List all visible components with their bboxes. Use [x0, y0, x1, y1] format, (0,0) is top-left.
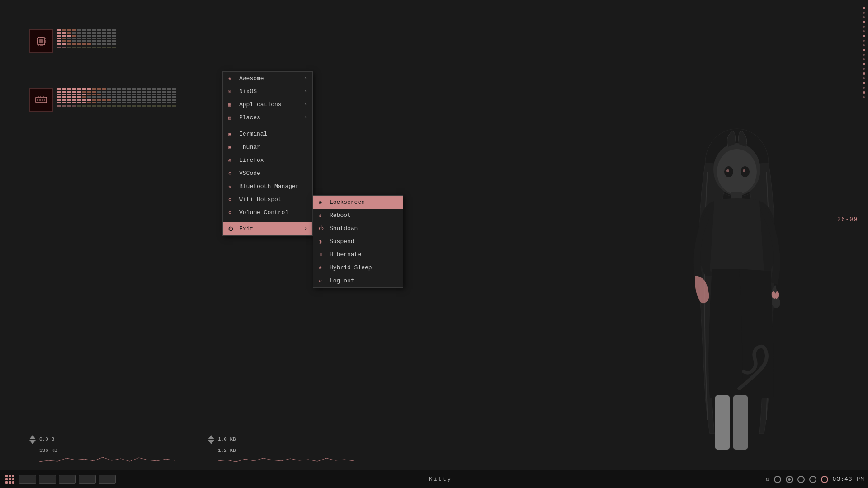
reboot-label: Reboot	[330, 212, 351, 219]
volume-label: Volume Control	[239, 209, 288, 216]
taskbar-left	[4, 473, 116, 486]
download-speed-left: 136 KB	[39, 448, 206, 453]
reboot-icon: ↺	[319, 212, 326, 218]
active-window-title: Kitty	[429, 476, 452, 483]
menu-item-vscode[interactable]: ⚙ VSCode	[223, 167, 312, 180]
window-button-2[interactable]	[39, 475, 56, 484]
logout-label: Log out	[330, 277, 354, 284]
nixos-label: NixOS	[239, 88, 257, 95]
terminal-icon: ▣	[228, 131, 236, 137]
exit-label: Exit	[239, 225, 253, 232]
svg-rect-36	[733, 395, 748, 450]
taskbar: Kitty ⇅ 03:43 PM	[0, 470, 868, 488]
exit-arrow: ›	[304, 226, 307, 231]
lockscreen-icon: ◉	[319, 199, 326, 205]
right-decorative-dots	[860, 0, 868, 470]
volume-icon: ⚙	[228, 210, 236, 216]
menu-divider-1	[223, 126, 312, 126]
exit-submenu: ◉ Lockscreen ↺ Reboot ⏻ Shutdown ◑ Suspe…	[313, 195, 403, 288]
svg-point-29	[717, 149, 757, 194]
tray-icon-3[interactable]	[786, 476, 793, 483]
hibernate-label: Hibernate	[330, 251, 361, 258]
wifi-label: Wifi Hotspot	[239, 196, 282, 203]
awesome-label: Awesome	[239, 75, 264, 82]
cpu-icon	[29, 29, 53, 53]
tray-icon-2[interactable]	[774, 476, 781, 483]
menu-divider-2	[223, 221, 312, 221]
tray-icon-1[interactable]: ⇅	[765, 475, 769, 483]
svg-point-33	[743, 169, 745, 172]
logout-icon: ↩	[319, 278, 326, 284]
menu-item-exit[interactable]: ⏻ Exit ›	[223, 222, 312, 235]
memory-icon	[29, 88, 53, 112]
svg-rect-35	[715, 395, 730, 450]
menu-item-suspend[interactable]: ◑ Suspend	[313, 235, 403, 248]
menu-item-wifi[interactable]: ⚙ Wifi Hotspot	[223, 193, 312, 206]
menu-item-nixos[interactable]: ❄ NixOS ›	[223, 85, 312, 98]
applications-icon: ▦	[228, 102, 236, 108]
memory-bars	[57, 88, 176, 107]
date-display: 26-09	[837, 216, 858, 223]
network-widget-right: 1.0 KB 1.2 KB	[208, 435, 384, 463]
firefox-icon: ◎	[228, 157, 236, 163]
window-button-3[interactable]	[59, 475, 76, 484]
applications-arrow: ›	[304, 102, 307, 107]
awesome-icon: ◈	[228, 75, 236, 81]
suspend-icon: ◑	[319, 239, 326, 244]
tray-icon-5[interactable]	[809, 476, 816, 483]
svg-rect-20	[39, 99, 41, 101]
bluetooth-label: Bluetooth Manager	[239, 183, 299, 190]
hybrid-sleep-icon: ⚙	[319, 265, 326, 271]
svg-point-32	[726, 169, 729, 172]
nixos-arrow: ›	[304, 89, 307, 94]
download-speed-right: 1.2 KB	[218, 448, 384, 453]
menu-item-thunar[interactable]: ▣ Thunar	[223, 141, 312, 154]
menu-item-bluetooth[interactable]: ❋ Bluetooth Manager	[223, 180, 312, 193]
hibernate-icon: ⏸	[319, 252, 326, 258]
upload-speed-right: 1.0 KB	[218, 436, 384, 442]
thunar-icon: ▣	[228, 144, 236, 150]
thunar-label: Thunar	[239, 144, 260, 150]
main-context-menu: ◈ Awesome › ❄ NixOS › ▦ Applications › ▤…	[222, 71, 313, 236]
suspend-label: Suspend	[330, 238, 354, 245]
vscode-icon: ⚙	[228, 170, 236, 176]
menu-item-places[interactable]: ▤ Places ›	[223, 111, 312, 124]
places-icon: ▤	[228, 115, 236, 121]
wifi-menu-icon: ⚙	[228, 197, 236, 202]
svg-rect-21	[42, 99, 43, 101]
vscode-label: VSCode	[239, 170, 260, 177]
menu-item-volume[interactable]: ⚙ Volume Control	[223, 206, 312, 219]
cpu-bars: // This will be populated by the render …	[57, 29, 116, 48]
bluetooth-menu-icon: ❋	[228, 183, 236, 189]
cpu-widget: // This will be populated by the render …	[29, 29, 116, 53]
app-grid-button[interactable]	[4, 473, 16, 486]
menu-item-hybrid-sleep[interactable]: ⚙ Hybrid Sleep	[313, 261, 403, 274]
memory-widget	[29, 88, 176, 112]
menu-item-terminal[interactable]: ▣ Ierminal	[223, 127, 312, 141]
svg-rect-1	[39, 39, 43, 43]
window-button-4[interactable]	[79, 475, 96, 484]
applications-label: Applications	[239, 101, 282, 108]
window-button-1[interactable]	[19, 475, 36, 484]
places-arrow: ›	[304, 115, 307, 120]
menu-item-hibernate[interactable]: ⏸ Hibernate	[313, 248, 403, 261]
menu-item-logout[interactable]: ↩ Log out	[313, 274, 403, 287]
window-button-5[interactable]	[99, 475, 116, 484]
tray-icon-4[interactable]	[797, 476, 805, 483]
tray-icon-6[interactable]	[821, 476, 828, 483]
menu-item-shutdown[interactable]: ⏻ Shutdown	[313, 222, 403, 235]
svg-rect-22	[44, 99, 45, 101]
menu-item-lockscreen[interactable]: ◉ Lockscreen	[313, 196, 403, 209]
terminal-label: Ierminal	[239, 131, 267, 137]
taskbar-right: ⇅ 03:43 PM	[765, 475, 864, 483]
nixos-icon: ❄	[228, 89, 236, 94]
clock: 03:43 PM	[833, 476, 864, 483]
exit-icon: ⏻	[228, 226, 236, 232]
menu-item-reboot[interactable]: ↺ Reboot	[313, 209, 403, 222]
menu-item-firefox[interactable]: ◎ Eirefox	[223, 154, 312, 167]
menu-item-awesome[interactable]: ◈ Awesome ›	[223, 72, 312, 85]
upload-speed-left: 0.0 B	[39, 436, 206, 442]
hybrid-sleep-label: Hybrid Sleep	[330, 264, 372, 271]
awesome-arrow: ›	[304, 76, 307, 81]
menu-item-applications[interactable]: ▦ Applications ›	[223, 98, 312, 111]
